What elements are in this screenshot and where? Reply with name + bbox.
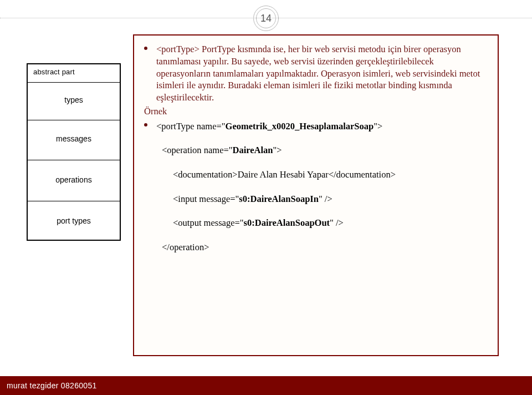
- bullet-icon: [144, 47, 147, 50]
- code-example: <portType name="Geometrik_x0020_Hesaplam…: [144, 119, 489, 254]
- code-input: <input message="s0:DaireAlanSoapIn" />: [144, 192, 489, 206]
- diagram-cell-types: types: [28, 95, 120, 104]
- diagram-cell-porttypes: port types: [28, 216, 120, 225]
- ornek-label: Örnek: [144, 106, 489, 117]
- code-porttype-open: <portType name="Geometrik_x0020_Hesaplam…: [144, 119, 489, 134]
- diagram-abstract-label: abstract part: [33, 68, 75, 76]
- bullet-icon: [144, 123, 147, 126]
- code-output: <output message="s0:DaireAlanSoapOut" />: [144, 216, 489, 230]
- sidebar-diagram: abstract part types messages operations …: [27, 63, 121, 241]
- footer-text: murat tezgider 08260051: [7, 381, 97, 390]
- footer: murat tezgider 08260051: [0, 376, 532, 395]
- main-paragraph: <portType> PortType kısmında ise, her bi…: [156, 43, 489, 104]
- porttype-tag: <portType>: [156, 44, 200, 54]
- page-number: 14: [260, 13, 272, 24]
- code-operation-close: </operation>: [144, 240, 489, 255]
- diagram-cell-operations: operations: [28, 175, 120, 184]
- diagram-cell-messages: messages: [28, 134, 120, 143]
- para-text: PortType kısmında ise, her bir web servi…: [156, 44, 480, 103]
- page-number-badge: 14: [253, 6, 279, 31]
- code-operation-open: <operation name="DaireAlan">: [144, 143, 489, 158]
- document-page: 14 abstract part types messages operatio…: [0, 0, 532, 395]
- main-content-box: <portType> PortType kısmında ise, her bi…: [133, 34, 499, 356]
- code-documentation: <documentation>Daire Alan Hesabi Yapar</…: [144, 168, 489, 182]
